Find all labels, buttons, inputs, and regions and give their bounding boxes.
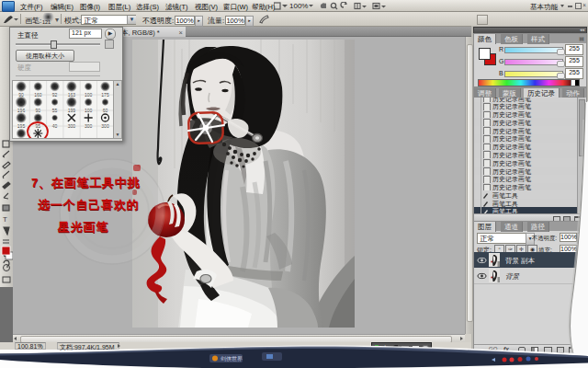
svg-text:剑侠世界: 剑侠世界 — [220, 356, 243, 362]
svg-text:T: T — [3, 215, 7, 224]
svg-text:100%: 100% — [289, 2, 308, 10]
